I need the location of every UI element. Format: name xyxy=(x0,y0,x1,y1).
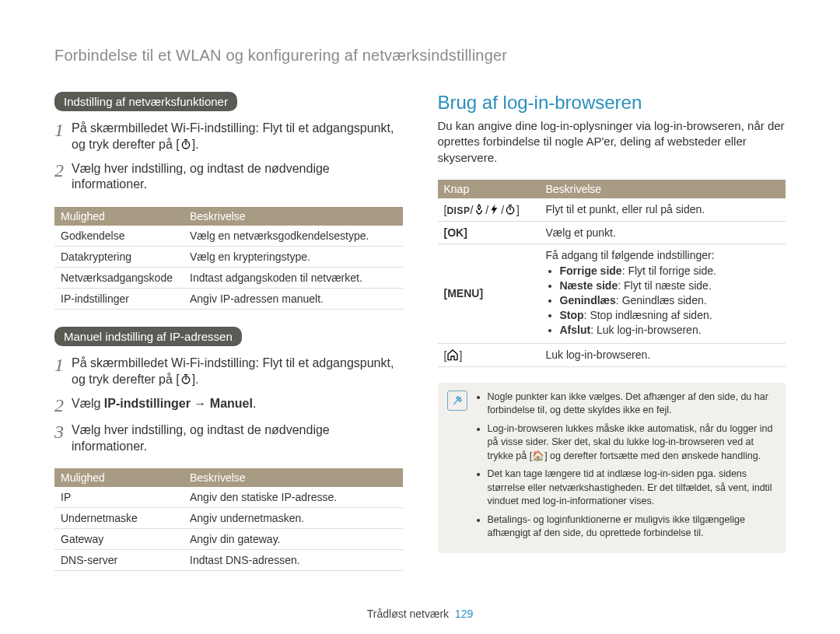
step-number: 1 xyxy=(54,356,72,374)
table-cell: Netværksadgangskode xyxy=(54,268,184,289)
left-column: Indstilling af netværksfunktioner 1 På s… xyxy=(54,92,403,588)
pill-manual-ip: Manuel indstilling af IP-adressen xyxy=(54,327,242,346)
table-cell: Indtast DNS-adressen. xyxy=(184,550,403,571)
step-number: 2 xyxy=(54,161,72,180)
timer-icon xyxy=(504,203,516,215)
timer-icon xyxy=(180,138,192,150)
table-cell: IP-indstillinger xyxy=(54,289,184,310)
table-cell: Angiv IP-adressen manuelt. xyxy=(184,289,403,310)
macro-icon xyxy=(473,203,485,215)
steps-manual-ip: 1 På skærmbilledet Wi-Fi-indstilling: Fl… xyxy=(54,356,403,454)
right-column: Brug af log-in-browseren Du kan angive d… xyxy=(438,92,786,588)
page-footer: Trådløst netværk 129 xyxy=(0,608,840,620)
table-knap: Knap Beskrivelse [DISP///] Flyt til et p… xyxy=(438,180,786,367)
table-cell: Angiv den statiske IP-adresse. xyxy=(184,487,403,508)
table-cell: Få adgang til følgende indstillinger: Fo… xyxy=(540,243,786,343)
pill-network-options: Indstilling af netværksfunktioner xyxy=(54,92,237,111)
note-icon xyxy=(447,391,467,411)
note-item: Det kan tage længere tid at indlæse log-… xyxy=(488,468,777,509)
table-cell: Vælg en netværksgodkendelsestype. xyxy=(184,226,403,247)
breadcrumb: Forbindelse til et WLAN og konfigurering… xyxy=(54,47,786,65)
table-header: Knap xyxy=(438,180,540,198)
table-cell: IP xyxy=(54,487,184,508)
home-icon xyxy=(446,349,459,361)
timer-icon xyxy=(180,373,192,385)
table-network-options: Mulighed Beskrivelse GodkendelseVælg en … xyxy=(54,207,403,310)
table-cell: Undernetmaske xyxy=(54,508,184,529)
menu-sublist: Forrige side: Flyt til forrige side. Næs… xyxy=(546,264,780,336)
step-text: Vælg hver indstilling, og indtast de nød… xyxy=(72,422,403,455)
disp-label: DISP xyxy=(446,205,470,216)
table-cell: Angiv undernetmasken. xyxy=(184,508,403,529)
flash-icon xyxy=(488,203,501,215)
step-number: 3 xyxy=(54,422,72,441)
step-number: 1 xyxy=(54,121,72,139)
step-text: På skærmbilledet Wi-Fi-indstilling: Flyt… xyxy=(72,121,403,153)
steps-network-options: 1 På skærmbilledet Wi-Fi-indstilling: Fl… xyxy=(54,121,403,193)
table-cell: Vælg en krypteringstype. xyxy=(184,247,403,268)
section-title: Brug af log-in-browseren xyxy=(438,92,786,114)
step-number: 2 xyxy=(54,396,72,415)
table-cell: Angiv din gateway. xyxy=(184,529,403,550)
table-cell: Godkendelse xyxy=(54,226,184,247)
note-item: Log-in-browseren lukkes måske ikke autom… xyxy=(488,422,777,464)
note-box: Nogle punkter kan ikke vælges. Det afhæn… xyxy=(438,383,786,553)
step-text: Vælg IP-indstillinger → Manuel. xyxy=(72,396,256,412)
table-header: Beskrivelse xyxy=(184,468,403,487)
step-text: Vælg hver indstilling, og indtast de nød… xyxy=(72,161,403,194)
table-cell: Datakryptering xyxy=(54,247,184,268)
table-cell: Flyt til et punkt, eller rul på siden. xyxy=(540,198,786,222)
table-header: Mulighed xyxy=(54,468,184,487)
note-item: Nogle punkter kan ikke vælges. Det afhæn… xyxy=(488,391,777,418)
table-cell: Vælg et punkt. xyxy=(540,221,786,243)
table-manual-ip: Mulighed Beskrivelse IPAngiv den statisk… xyxy=(54,468,403,571)
table-cell: Indtast adgangskoden til netværket. xyxy=(184,268,403,289)
table-cell: Luk log-in-browseren. xyxy=(540,343,786,366)
table-header: Mulighed xyxy=(54,207,184,226)
section-intro: Du kan angive dine log-in-oplysninger vi… xyxy=(438,118,786,166)
step-text: På skærmbilledet Wi-Fi-indstilling: Flyt… xyxy=(72,356,403,388)
knap-disp-cell: [DISP///] xyxy=(438,198,540,222)
note-item: Betalings- og loginfunktionerne er mulig… xyxy=(488,513,777,541)
table-header: Beskrivelse xyxy=(540,180,786,198)
knap-menu-cell: [MENU] xyxy=(438,243,540,343)
table-cell: Gateway xyxy=(54,529,184,550)
knap-ok-cell: [OK] xyxy=(438,221,540,243)
table-cell: DNS-server xyxy=(54,550,184,571)
knap-home-cell: [] xyxy=(438,343,540,366)
table-header: Beskrivelse xyxy=(184,207,403,226)
